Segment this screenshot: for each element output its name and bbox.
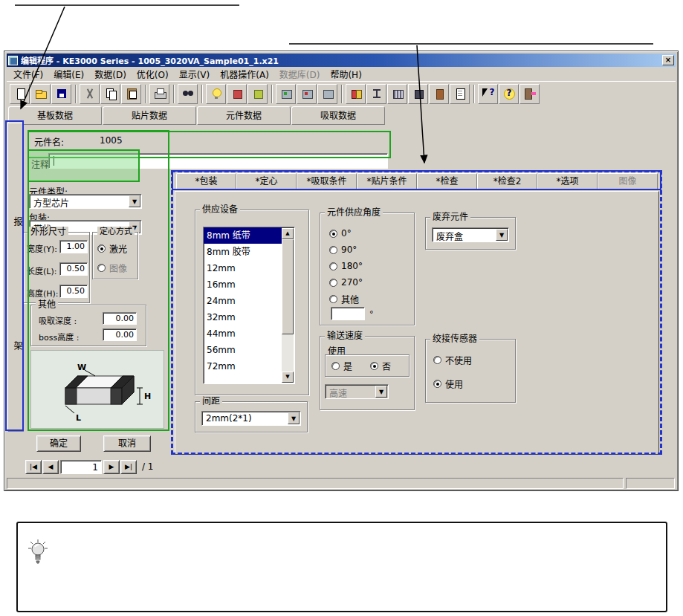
- callout-lines: [0, 0, 683, 616]
